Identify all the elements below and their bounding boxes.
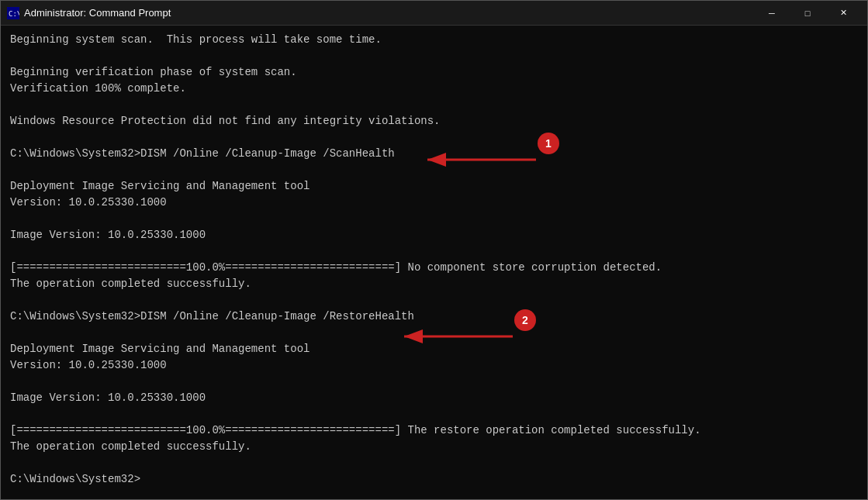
terminal-line: Verification 100% complete.: [10, 81, 858, 97]
terminal-line: [10, 211, 858, 227]
terminal-line: [10, 292, 858, 309]
terminal-line: The operation completed successfully.: [10, 276, 858, 292]
annotation-badge-2: 2: [514, 309, 536, 331]
title-bar: C:\ Administrator: Command Prompt ─ □ ✕: [1, 1, 867, 26]
terminal-output[interactable]: Beginning system scan. This process will…: [1, 26, 867, 499]
window-controls: ─ □ ✕: [754, 1, 861, 26]
terminal-line: [10, 48, 858, 64]
terminal-line: Beginning system scan. This process will…: [10, 32, 858, 48]
terminal-line: [==========================100.0%=======…: [10, 422, 858, 439]
terminal-line: [10, 374, 858, 390]
terminal-line: [10, 97, 858, 113]
terminal-line: [10, 488, 858, 499]
terminal-line: C:\Windows\System32>: [10, 471, 858, 488]
minimize-button[interactable]: ─: [754, 1, 790, 26]
cmd-icon: C:\: [7, 7, 19, 19]
terminal-line: Image Version: 10.0.25330.1000: [10, 227, 858, 243]
maximize-button[interactable]: □: [790, 1, 825, 26]
svg-text:C:\: C:\: [9, 10, 19, 18]
terminal-lines: Beginning system scan. This process will…: [10, 32, 858, 499]
close-button[interactable]: ✕: [825, 1, 861, 26]
terminal-line: [10, 243, 858, 260]
annotation-badge-1: 1: [538, 133, 559, 154]
terminal-line: [10, 455, 858, 471]
terminal-line: Deployment Image Servicing and Managemen…: [10, 178, 858, 195]
terminal-line: [10, 406, 858, 422]
terminal-line: Image Version: 10.0.25330.1000: [10, 390, 858, 406]
terminal-line: [==========================100.0%=======…: [10, 260, 858, 276]
terminal-line: Beginning verification phase of system s…: [10, 64, 858, 81]
terminal-line: Windows Resource Protection did not find…: [10, 113, 858, 129]
terminal-line: The operation completed successfully.: [10, 439, 858, 455]
window-title: Administrator: Command Prompt: [24, 7, 754, 19]
terminal-line: Version: 10.0.25330.1000: [10, 357, 858, 374]
terminal-line: Version: 10.0.25330.1000: [10, 195, 858, 211]
cmd-window: C:\ Administrator: Command Prompt ─ □ ✕ …: [0, 0, 868, 500]
